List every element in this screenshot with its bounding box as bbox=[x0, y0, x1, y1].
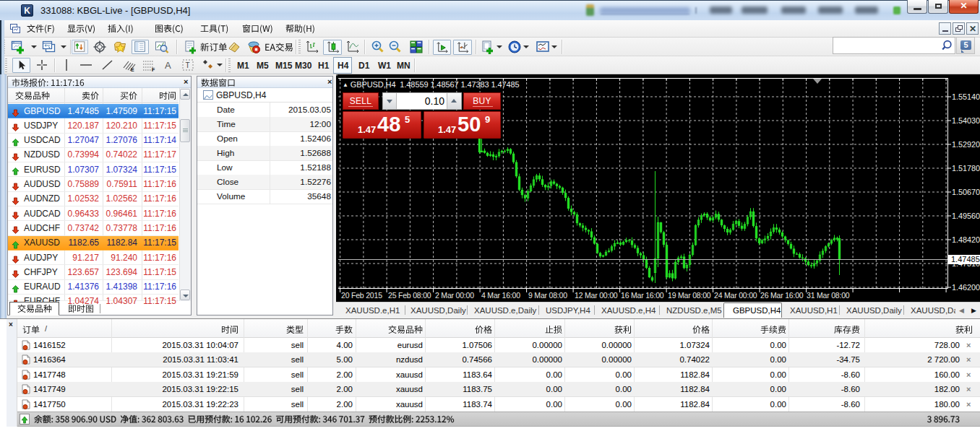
svg-text:T: T bbox=[186, 61, 190, 69]
svg-text:E: E bbox=[131, 67, 134, 72]
svg-text:F: F bbox=[152, 67, 155, 72]
svg-text:A: A bbox=[165, 60, 171, 71]
